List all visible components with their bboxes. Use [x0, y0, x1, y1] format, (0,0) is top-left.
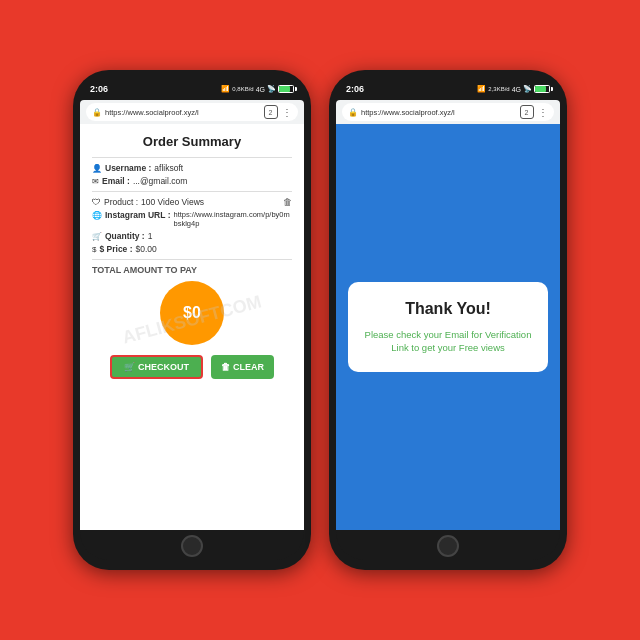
time-right: 2:06 — [346, 84, 364, 94]
product-value: 100 Video Views — [141, 197, 204, 207]
thank-you-message: Please check your Email for Verification… — [362, 328, 534, 355]
data-speed-right: 2,3KB/d — [488, 86, 509, 92]
url-right: https://www.socialproof.xyz/l — [361, 108, 455, 117]
instagram-value: https://www.instagram.com/p/by0mbsklg4p — [174, 210, 293, 228]
divider-3 — [92, 259, 292, 260]
screen-left: AFLIKSOFTCOM Order Summary 👤 Username : … — [80, 124, 304, 530]
network-icon-right: 4G — [512, 86, 521, 93]
order-title: Order Summary — [92, 134, 292, 149]
status-bar-right: 2:06 📶 2,3KB/d 4G 📡 — [336, 80, 560, 98]
browser-chrome-left: 🔒 https://www.socialproof.xyz/l 2 ⋮ — [80, 100, 304, 124]
tab-count-left[interactable]: 2 — [264, 105, 278, 119]
battery-icon-left — [278, 85, 294, 93]
checkout-button[interactable]: 🛒 CHECKOUT — [110, 355, 203, 379]
button-row: 🛒 CHECKOUT 🗑 CLEAR — [92, 355, 292, 379]
browser-chrome-right: 🔒 https://www.socialproof.xyz/l 2 ⋮ — [336, 100, 560, 124]
thank-you-title: Thank You! — [362, 300, 534, 318]
phone-bottom-right — [336, 532, 560, 560]
quantity-value: 1 — [148, 231, 153, 241]
row-product: 🛡 Product : 100 Video Views 🗑 — [92, 197, 292, 207]
price-label: $ Price : — [99, 244, 132, 254]
lock-icon-left: 🔒 — [92, 108, 102, 117]
home-button-right[interactable] — [437, 535, 459, 557]
email-icon: ✉ — [92, 177, 99, 186]
quantity-icon: 🛒 — [92, 232, 102, 241]
status-icons-left: 📶 0,8KB/d 4G 📡 — [221, 85, 294, 93]
username-value: afliksoft — [154, 163, 183, 173]
data-speed: 0,8KB/d — [232, 86, 253, 92]
status-bar-left: 2:06 📶 0,8KB/d 4G 📡 — [80, 80, 304, 98]
thank-you-screen: Thank You! Please check your Email for V… — [336, 124, 560, 530]
address-bar-content-right: 🔒 https://www.socialproof.xyz/l — [348, 108, 455, 117]
row-username: 👤 Username : afliksoft — [92, 163, 292, 173]
wifi-icon-right: 📡 — [523, 85, 532, 93]
browser-actions-right: 2 ⋮ — [520, 105, 549, 119]
browser-actions-left: 2 ⋮ — [264, 105, 293, 119]
status-icons-right: 📶 2,3KB/d 4G 📡 — [477, 85, 550, 93]
time-left: 2:06 — [90, 84, 108, 94]
cart-icon: 🛒 — [124, 362, 135, 372]
address-bar-content: 🔒 https://www.socialproof.xyz/l — [92, 108, 199, 117]
thank-you-card: Thank You! Please check your Email for V… — [348, 282, 548, 373]
divider-2 — [92, 191, 292, 192]
clear-button[interactable]: 🗑 CLEAR — [211, 355, 274, 379]
phone-left: 2:06 📶 0,8KB/d 4G 📡 🔒 https://www.social… — [73, 70, 311, 570]
wifi-icon: 📡 — [267, 85, 276, 93]
signal-icon: 📶 — [221, 85, 230, 93]
product-label: Product : — [104, 197, 138, 207]
email-value: ...@gmail.com — [133, 176, 187, 186]
menu-dots-left[interactable]: ⋮ — [282, 107, 293, 118]
home-button-left[interactable] — [181, 535, 203, 557]
url-left: https://www.socialproof.xyz/l — [105, 108, 199, 117]
checkout-label: CHECKOUT — [138, 362, 189, 372]
email-label: Email : — [102, 176, 130, 186]
quantity-label: Quantity : — [105, 231, 145, 241]
amount-value: $0 — [183, 304, 201, 322]
phone-right: 2:06 📶 2,3KB/d 4G 📡 🔒 https://www.social… — [329, 70, 567, 570]
trash-icon[interactable]: 🗑 — [283, 197, 292, 207]
phone-bottom-left — [80, 532, 304, 560]
row-quantity: 🛒 Quantity : 1 — [92, 231, 292, 241]
lock-icon-right: 🔒 — [348, 108, 358, 117]
price-icon: $ — [92, 245, 96, 254]
row-email: ✉ Email : ...@gmail.com — [92, 176, 292, 186]
price-value: $0.00 — [136, 244, 157, 254]
instagram-label: Instagram URL : — [105, 210, 171, 220]
tab-count-right[interactable]: 2 — [520, 105, 534, 119]
row-price: $ $ Price : $0.00 — [92, 244, 292, 254]
address-bar-right[interactable]: 🔒 https://www.socialproof.xyz/l 2 ⋮ — [342, 103, 554, 121]
product-icon: 🛡 — [92, 197, 101, 207]
phones-container: 2:06 📶 0,8KB/d 4G 📡 🔒 https://www.social… — [73, 70, 567, 570]
menu-dots-right[interactable]: ⋮ — [538, 107, 549, 118]
signal-icon-right: 📶 — [477, 85, 486, 93]
clear-label: CLEAR — [233, 362, 264, 372]
clear-icon: 🗑 — [221, 362, 230, 372]
row-instagram: 🌐 Instagram URL : https://www.instagram.… — [92, 210, 292, 228]
divider-1 — [92, 157, 292, 158]
battery-icon-right — [534, 85, 550, 93]
network-icon: 4G — [256, 86, 265, 93]
address-bar-left[interactable]: 🔒 https://www.socialproof.xyz/l 2 ⋮ — [86, 103, 298, 121]
total-label: TOTAL AMOUNT TO PAY — [92, 265, 292, 275]
instagram-icon: 🌐 — [92, 211, 102, 220]
amount-circle: $0 — [160, 281, 224, 345]
order-summary: AFLIKSOFTCOM Order Summary 👤 Username : … — [80, 124, 304, 530]
username-label: Username : — [105, 163, 151, 173]
user-icon: 👤 — [92, 164, 102, 173]
screen-right: Thank You! Please check your Email for V… — [336, 124, 560, 530]
